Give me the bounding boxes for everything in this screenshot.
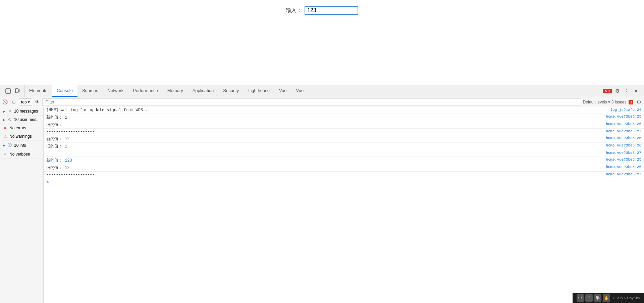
log-source-link[interactable]: home.vue?3be5:27 [606,129,641,133]
log-source-link[interactable]: home.vue?3be5:25 [606,158,641,162]
inspect-element-button[interactable] [4,87,12,95]
log-entry: --------------------home.vue?3be5:27 [44,150,644,157]
log-entry: --------------------home.vue?3be5:27 [44,129,644,135]
devtools-tab-icons [1,85,24,97]
log-source-link[interactable]: home.vue?3be5:25 [606,136,641,140]
log-text: -------------------- [46,129,606,134]
console-settings-button[interactable]: ⚙ [635,98,643,106]
preserve-log-button[interactable]: ⊙ [10,98,17,106]
input-label: 输入： [286,7,302,14]
log-source-link[interactable]: home.vue?3be5:27 [606,172,641,176]
tab-lighthouse[interactable]: Lighthouse [244,85,274,97]
more-options-button[interactable]: ⋮ [623,87,631,95]
eye-button[interactable]: 👁 [34,98,41,106]
issues-badge[interactable]: 3 Issues: 3 [611,100,633,104]
warnings-icon: ⚠ [3,134,7,139]
tab-vue-2[interactable]: Vue [291,85,309,97]
tab-network[interactable]: Network [103,85,128,97]
log-entry: 新的值： 123home.vue?3be5:25 [44,157,644,164]
log-entry: --------------------home.vue?3be5:27 [44,172,644,178]
tab-sources[interactable]: Sources [77,85,103,97]
log-text: 新的值： 123 [46,158,606,163]
clear-console-button[interactable]: 🚫 [1,98,9,106]
log-entry: 旧的值：home.vue?3be5:26 [44,121,644,129]
page-content: 输入： [0,0,644,85]
bottom-icon-2[interactable]: ° [585,294,593,302]
verbose-icon: ✦ [3,152,7,157]
bottom-icons: 中 ° 半 ✋ [577,294,610,302]
tabs-right-actions: ✕ 3 ⚙ ⋮ ✕ [600,87,643,95]
log-text: 旧的值： 12 [46,165,606,171]
devtools-tabs-bar: Elements Console Sources Network Perform… [0,85,644,97]
user-messages-icon: ⊙ [7,117,12,122]
sidebar-item-errors[interactable]: ⊗ No errors [0,124,43,132]
bottom-icon-3[interactable]: 半 [594,294,601,302]
log-source-link[interactable]: home.vue?3be5:27 [606,151,641,155]
sidebar-item-info[interactable]: ▶ ⓘ 10 info [0,141,43,150]
messages-icon: ≡ [7,109,12,114]
log-text: [HMR] Waiting for update signal from WDS… [46,108,610,113]
tab-application[interactable]: Application [188,85,219,97]
settings-button[interactable]: ⚙ [613,87,621,95]
log-text: 新的值： 12 [46,136,606,142]
context-selector[interactable]: top ▾ [19,98,32,106]
log-entry: 新的值： 12home.vue?3be5:25 [44,135,644,143]
errors-icon: ⊗ [3,126,7,130]
console-prompt-area[interactable]: > [44,178,644,186]
log-text: 旧的值： [46,122,606,128]
tab-console[interactable]: Console [52,85,77,97]
log-entry: 旧的值： 1home.vue?3be5:26 [44,143,644,150]
expand-arrow-info: ▶ [3,143,5,147]
log-entry: 旧的值： 12home.vue?3be5:26 [44,164,644,172]
sidebar-item-warnings[interactable]: ⚠ No warnings [0,132,43,141]
console-log-output[interactable]: [HMR] Waiting for update signal from WDS… [44,107,644,303]
log-entry: [HMR] Waiting for update signal from WDS… [44,107,644,114]
sidebar-item-user-messages[interactable]: ▶ ⊙ 10 user mes... [0,116,43,124]
log-source-link[interactable]: log.js?1afd:24 [610,108,641,112]
tabs-list: Elements Console Sources Network Perform… [24,85,600,97]
log-source-link[interactable]: home.vue?3be5:26 [606,165,641,169]
sidebar-item-messages[interactable]: ▶ ≡ 10 messages [0,107,43,116]
log-text: 新的值： 1 [46,115,606,120]
prompt-arrow-icon: > [46,180,49,185]
svg-rect-4 [18,90,20,92]
issues-count: 3 [629,100,633,104]
main-input[interactable] [305,6,358,15]
info-icon: ⓘ [7,142,12,148]
console-sidebar: ▶ ≡ 10 messages ▶ ⊙ 10 user mes... ⊗ No … [0,107,44,303]
console-toolbar: 🚫 ⊙ top ▾ 👁 Default levels ▾ 3 Issues: 3… [0,97,644,107]
input-area: 输入： [286,6,358,15]
watermark-text: CSDN ©RayShy [613,296,640,300]
default-levels-dropdown[interactable]: Default levels ▾ [583,100,610,104]
toolbar-right: Default levels ▾ 3 Issues: 3 ⚙ [583,98,643,106]
close-devtools-button[interactable]: ✕ [632,87,640,95]
devtools-panel: Elements Console Sources Network Perform… [0,85,644,303]
bottom-icon-4[interactable]: ✋ [603,294,610,302]
svg-rect-0 [6,89,10,93]
log-source-link[interactable]: home.vue?3be5:25 [606,115,641,119]
log-text: -------------------- [46,172,606,177]
tab-vue-1[interactable]: Vue [274,85,291,97]
svg-rect-3 [15,89,18,93]
expand-arrow-user-messages: ▶ [3,118,5,122]
sidebar-item-verbose[interactable]: ✦ No verbose [0,150,43,159]
expand-arrow-messages: ▶ [3,110,5,113]
tab-security[interactable]: Security [218,85,244,97]
log-source-link[interactable]: home.vue?3be5:26 [606,143,641,147]
log-source-link[interactable]: home.vue?3be5:26 [606,122,641,126]
bottom-icon-1[interactable]: 中 [577,294,584,302]
console-main: ▶ ≡ 10 messages ▶ ⊙ 10 user mes... ⊗ No … [0,107,644,303]
error-icon: ✕ [604,89,607,93]
log-text: -------------------- [46,151,606,156]
tab-memory[interactable]: Memory [163,85,188,97]
bottom-bar: 中 ° 半 ✋ CSDN ©RayShy [573,293,644,303]
tab-performance[interactable]: Performance [128,85,162,97]
console-filter-input[interactable] [42,98,581,106]
log-text: 旧的值： 1 [46,143,606,149]
log-entry: 新的值： 1home.vue?3be5:25 [44,114,644,121]
error-count-badge: ✕ 3 [603,89,612,93]
tab-elements[interactable]: Elements [24,85,52,97]
device-toggle-button[interactable] [13,87,21,95]
